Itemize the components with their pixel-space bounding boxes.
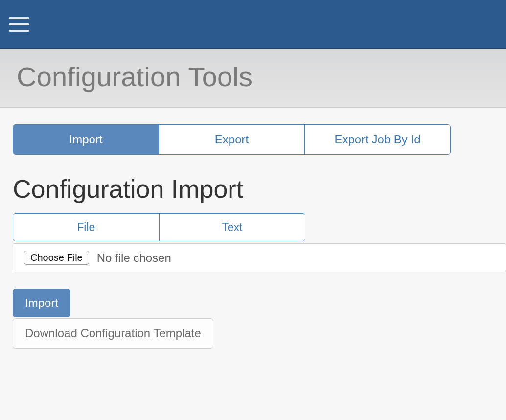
tab-export[interactable]: Export — [159, 125, 305, 154]
hamburger-menu-icon[interactable] — [9, 17, 29, 32]
tab-import[interactable]: Import — [13, 125, 159, 154]
tab-label: Export — [215, 133, 249, 146]
tab-label: Export Job By Id — [334, 133, 420, 146]
download-template-button[interactable]: Download Configuration Template — [13, 318, 213, 349]
file-input-panel: Choose File No file chosen — [13, 243, 506, 272]
page-title: Configuration Tools — [17, 61, 489, 93]
page-header: Configuration Tools — [0, 49, 506, 108]
import-button[interactable]: Import — [13, 289, 70, 317]
subtab-label: File — [77, 221, 95, 233]
file-chosen-status: No file chosen — [97, 251, 171, 265]
tab-label: Import — [69, 133, 102, 146]
subtab-text[interactable]: Text — [160, 214, 305, 241]
import-mode-tabs: File Text — [13, 213, 305, 241]
choose-file-button[interactable]: Choose File — [24, 251, 89, 265]
section-title: Configuration Import — [13, 174, 493, 204]
subtab-label: Text — [222, 221, 242, 233]
tab-export-job-by-id[interactable]: Export Job By Id — [305, 125, 450, 154]
main-tabs: Import Export Export Job By Id — [13, 124, 451, 155]
top-bar — [0, 0, 506, 49]
subtab-file[interactable]: File — [13, 214, 160, 241]
main-content: Import Export Export Job By Id Configura… — [0, 108, 506, 349]
